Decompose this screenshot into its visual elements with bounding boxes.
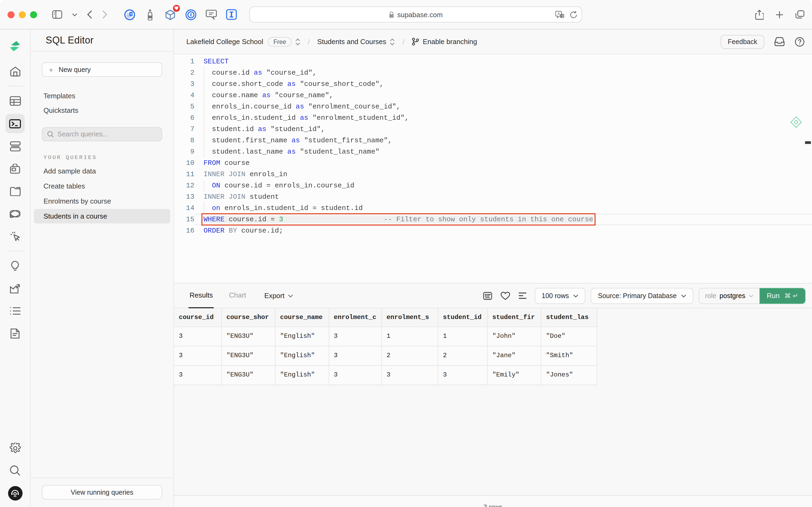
box-extension-icon[interactable]: 1 [164, 9, 176, 20]
page-selector-icon[interactable] [390, 38, 395, 45]
code-line[interactable]: 1SELECT [174, 56, 812, 67]
code-line[interactable]: 7 student.id as "student_id", [174, 123, 812, 135]
close-window-button[interactable] [7, 11, 14, 18]
code-line[interactable]: 8 student.first_name as "student_first_n… [174, 135, 812, 146]
column-header[interactable]: student_las [541, 308, 597, 327]
table-row[interactable]: 3"ENG3U""English"333"Emily""Jones" [174, 365, 597, 385]
code-line[interactable]: 6 enrols_in.student_id as "enrolment_stu… [174, 112, 812, 123]
sidebar-item-quickstarts[interactable]: Quickstarts [31, 103, 173, 118]
keyboard-shortcuts-icon[interactable] [482, 291, 492, 300]
table-cell[interactable]: 3 [329, 327, 381, 346]
editor-scrollbar-thumb[interactable] [805, 141, 811, 144]
table-cell[interactable]: 2 [438, 346, 487, 365]
column-header[interactable]: course_name [275, 308, 329, 327]
sidebar-chevron-icon[interactable] [72, 13, 77, 16]
table-cell[interactable]: "John" [487, 327, 541, 346]
view-running-queries-button[interactable]: View running queries [42, 485, 162, 500]
favorite-heart-icon[interactable] [500, 291, 510, 300]
realtime-icon[interactable] [5, 227, 25, 246]
enable-branching-button[interactable]: Enable branching [412, 38, 477, 46]
supabase-logo[interactable] [5, 37, 25, 56]
table-cell[interactable]: "English" [275, 365, 329, 385]
code-line[interactable]: 11INNER JOIN enrols_in [174, 169, 812, 180]
sql-code-editor[interactable]: 1SELECT2 course.id as "course_id",3 cour… [174, 54, 812, 283]
authentication-icon[interactable] [5, 159, 25, 178]
table-cell[interactable]: "ENG3U" [221, 365, 275, 385]
code-line[interactable]: 9 student.last_name as "student_last_nam… [174, 146, 812, 157]
table-cell[interactable]: "Jane" [487, 346, 541, 365]
column-header[interactable]: course_shor [221, 308, 275, 327]
table-cell[interactable]: 3 [329, 365, 381, 385]
table-cell[interactable]: 3 [381, 365, 438, 385]
code-line[interactable]: 12 ON course.id = enrols_in.course_id [174, 180, 812, 191]
table-cell[interactable]: "Doe" [541, 327, 597, 346]
table-editor-icon[interactable] [5, 91, 25, 111]
project-name[interactable]: Lakefield College School [186, 38, 263, 46]
code-line[interactable]: 2 course.id as "course_id", [174, 67, 812, 78]
settings-icon[interactable] [5, 438, 25, 458]
new-query-button[interactable]: + New query [42, 62, 162, 77]
back-button[interactable] [87, 10, 93, 19]
clock-extension-icon[interactable] [123, 9, 135, 20]
table-cell[interactable]: "Emily" [487, 365, 541, 385]
search-icon[interactable] [5, 461, 25, 480]
column-header[interactable]: enrolment_c [329, 308, 381, 327]
code-line[interactable]: 15WHERE course.id = 3 -- Filter to show … [174, 214, 812, 225]
sql-editor-icon[interactable] [5, 114, 25, 133]
query-item[interactable]: Enrolments by course [34, 194, 170, 208]
query-item[interactable]: Add sample data [34, 164, 170, 178]
help-icon[interactable] [795, 37, 805, 47]
storage-icon[interactable] [5, 181, 25, 201]
code-line[interactable]: 5 enrols_in.course_id as "enrolment_cour… [174, 101, 812, 112]
run-query-button[interactable]: Run ⌘ ↵ [759, 288, 806, 304]
query-item[interactable]: Students in a course [34, 209, 170, 223]
column-header[interactable]: course_id [174, 308, 221, 327]
address-bar[interactable]: supabase.com A文 [249, 6, 582, 22]
table-cell[interactable]: 1 [381, 327, 438, 346]
code-line[interactable]: 14 on enrols_in.student_id = student.id [174, 203, 812, 214]
instapaper-extension-icon[interactable] [226, 9, 237, 20]
table-cell[interactable]: 3 [329, 346, 381, 365]
tab-results[interactable]: Results [188, 283, 214, 308]
column-header[interactable]: student_id [438, 308, 487, 327]
rows-limit-dropdown[interactable]: 100 rows [535, 288, 585, 304]
column-header[interactable]: enrolment_s [381, 308, 438, 327]
table-cell[interactable]: 3 [174, 365, 221, 385]
source-dropdown[interactable]: Source: Primary Database [591, 288, 693, 304]
home-icon[interactable] [5, 62, 25, 81]
table-cell[interactable]: "ENG3U" [221, 346, 275, 365]
table-row[interactable]: 3"ENG3U""English"311"John""Doe" [174, 327, 597, 346]
export-dropdown[interactable]: Export [264, 292, 293, 300]
feedback-button[interactable]: Feedback [721, 35, 764, 49]
table-cell[interactable]: 3 [174, 327, 221, 346]
project-selector-icon[interactable] [295, 38, 300, 45]
profile-avatar[interactable] [8, 486, 22, 501]
chat-bubble-extension-icon[interactable] [205, 9, 217, 20]
table-cell[interactable]: "ENG3U" [221, 327, 275, 346]
edge-functions-icon[interactable] [5, 204, 25, 223]
role-dropdown[interactable]: role postgres [699, 288, 759, 304]
column-header[interactable]: student_fir [487, 308, 541, 327]
code-line[interactable]: 3 course.short_code as "course_short_cod… [174, 78, 812, 90]
inbox-icon[interactable] [774, 37, 785, 46]
reload-icon[interactable] [570, 10, 577, 18]
code-line[interactable]: 13INNER JOIN student [174, 191, 812, 203]
spray-bottle-extension-icon[interactable] [144, 9, 156, 20]
code-line[interactable]: 4 course.name as "course_name", [174, 90, 812, 101]
zoom-window-button[interactable] [30, 11, 37, 18]
logs-icon[interactable] [5, 301, 25, 321]
database-icon[interactable] [5, 136, 25, 156]
table-row[interactable]: 3"ENG3U""English"322"Jane""Smith" [174, 346, 597, 365]
code-line[interactable]: 10FROM course [174, 157, 812, 169]
api-docs-icon[interactable] [5, 324, 25, 343]
page-name[interactable]: Students and Courses [317, 38, 386, 46]
advisors-icon[interactable] [5, 256, 25, 276]
share-icon[interactable] [755, 9, 764, 19]
search-queries-box[interactable] [42, 127, 162, 141]
translate-icon[interactable]: A文 [555, 10, 565, 18]
minimize-window-button[interactable] [19, 11, 26, 18]
sidebar-toggle-icon[interactable] [52, 10, 62, 19]
table-cell[interactable]: 3 [438, 365, 487, 385]
blocker-extension-icon[interactable] [185, 9, 196, 20]
forward-button[interactable] [102, 10, 107, 19]
